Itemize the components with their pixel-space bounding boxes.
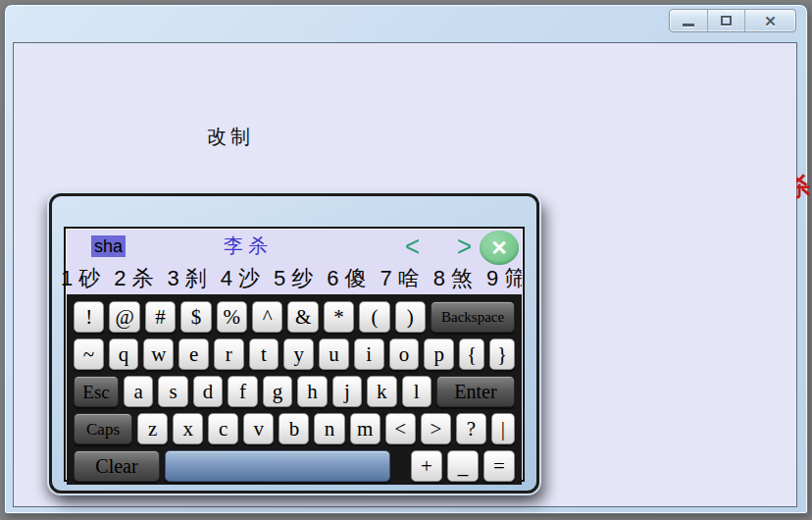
key-exclamation[interactable]: ! [74,301,104,333]
key-v[interactable]: v [243,413,274,444]
key-i[interactable]: i [354,338,384,370]
key-u[interactable]: u [319,338,349,370]
key-greater-than[interactable]: > [421,413,451,444]
key-paren-open[interactable]: ( [359,301,389,333]
key-r[interactable]: r [214,338,244,370]
keyboard-area: !@#$%^&*()Backspace~qwertyuiop{}Escasdfg… [67,294,522,485]
key-space[interactable] [165,450,390,482]
key-a[interactable]: a [124,376,153,407]
key-question[interactable]: ? [456,413,486,444]
ime-close-button[interactable]: ✕ [480,231,519,265]
key-d[interactable]: d [193,376,223,407]
key-percent[interactable]: % [217,301,247,333]
key-b[interactable]: b [279,413,309,444]
candidate-char: 傻 [345,264,367,293]
candidate-5[interactable]: 5纱 [274,264,313,293]
key-x[interactable]: x [173,413,203,444]
minimize-icon [683,24,694,26]
key-brace-open[interactable]: { [459,338,484,370]
candidate-7[interactable]: 7啥 [381,264,420,293]
maximize-icon [721,16,732,26]
desktop: { "window": { "titlebar": { "minimize_ic… [0,0,812,520]
key-caps[interactable]: Caps [74,413,132,444]
key-clear[interactable]: Clear [74,450,160,482]
key-q[interactable]: q [109,338,139,370]
key-backspace[interactable]: Backspace [431,301,515,333]
composed-phrase: 李杀 [224,233,273,259]
candidate-6[interactable]: 6傻 [327,264,366,293]
key-n[interactable]: n [314,413,344,444]
key-e[interactable]: e [178,338,209,370]
candidate-number: 2 [114,266,126,291]
key-ampersand[interactable]: & [287,301,318,333]
candidate-char: 啥 [398,264,420,293]
key-k[interactable]: k [367,376,396,407]
key-underscore[interactable]: _ [447,450,479,482]
key-esc[interactable]: Esc [74,376,119,407]
keyboard-row-1: !@#$%^&*()Backspace [74,301,515,333]
candidate-char: 沙 [238,264,260,293]
key-y[interactable]: y [283,338,314,370]
key-j[interactable]: j [332,376,362,407]
candidate-char: 刹 [185,264,207,293]
ime-panel: sha 李杀 < > ✕ 1砂2杀3刹4沙5纱6傻7啥8煞9筛 !@#$%^&*… [64,227,525,482]
key-less-than[interactable]: < [385,413,416,444]
keyboard-row-2: ~qwertyuiop{} [74,338,515,370]
key-g[interactable]: g [263,376,292,407]
candidate-row: 1砂2杀3刹4沙5纱6傻7啥8煞9筛 [61,262,522,294]
key-at[interactable]: @ [109,301,139,333]
key-s[interactable]: s [158,376,187,407]
minimize-button[interactable] [670,10,707,31]
key-asterisk[interactable]: * [324,301,354,333]
candidate-number: 7 [381,266,392,291]
key-plus[interactable]: + [411,450,442,482]
candidate-char: 煞 [451,264,473,293]
candidate-2[interactable]: 2杀 [114,264,153,293]
key-enter[interactable]: Enter [436,376,515,407]
key-p[interactable]: p [424,338,454,370]
candidate-number: 8 [433,266,445,291]
key-equals[interactable]: = [483,450,515,482]
candidate-3[interactable]: 3刹 [168,264,207,293]
key-f[interactable]: f [228,376,257,407]
key-paren-close[interactable]: ) [395,301,426,333]
keyboard-row-4: Capszxcvbnm<>?| [74,413,515,444]
candidate-number: 5 [274,266,285,291]
key-o[interactable]: o [389,338,420,370]
candidate-number: 6 [327,266,338,291]
candidate-number: 3 [168,266,179,291]
key-brace-close[interactable]: } [489,338,515,370]
window-controls: ✕ [669,9,796,32]
pinyin-input: sha [91,235,126,257]
key-tilde[interactable]: ~ [74,338,104,370]
key-h[interactable]: h [297,376,327,407]
ime-keyboard-window: sha 李杀 < > ✕ 1砂2杀3刹4沙5纱6傻7啥8煞9筛 !@#$%^&*… [49,193,539,494]
maximize-button[interactable] [707,10,744,31]
prev-page-button[interactable]: < [405,231,420,263]
close-x-icon: ✕ [490,237,508,258]
candidate-1[interactable]: 1砂 [61,264,100,293]
candidate-number: 4 [221,266,232,291]
keyboard-row-5: Clear+_= [74,450,515,482]
key-t[interactable]: t [249,338,279,370]
ime-composition-row: sha 李杀 < > ✕ [67,230,522,262]
document-text: 改制 [207,124,254,150]
key-m[interactable]: m [350,413,381,444]
close-button[interactable]: ✕ [744,10,795,31]
key-pipe[interactable]: | [491,413,515,444]
candidate-8[interactable]: 8煞 [433,264,473,293]
key-c[interactable]: c [208,413,238,444]
key-caret[interactable]: ^ [252,301,282,333]
key-z[interactable]: z [137,413,168,444]
candidate-9[interactable]: 9筛 [486,264,522,293]
key-dollar[interactable]: $ [180,301,211,333]
candidate-4[interactable]: 4沙 [221,264,260,293]
key-l[interactable]: l [402,376,431,407]
key-hash[interactable]: # [145,301,176,333]
candidate-number: 1 [61,266,73,291]
key-w[interactable]: w [143,338,174,370]
titlebar[interactable]: ✕ [5,5,807,42]
next-page-button[interactable]: > [457,231,472,263]
keyboard-row-3: EscasdfghjklEnter [74,376,515,407]
candidate-char: 纱 [291,264,313,293]
